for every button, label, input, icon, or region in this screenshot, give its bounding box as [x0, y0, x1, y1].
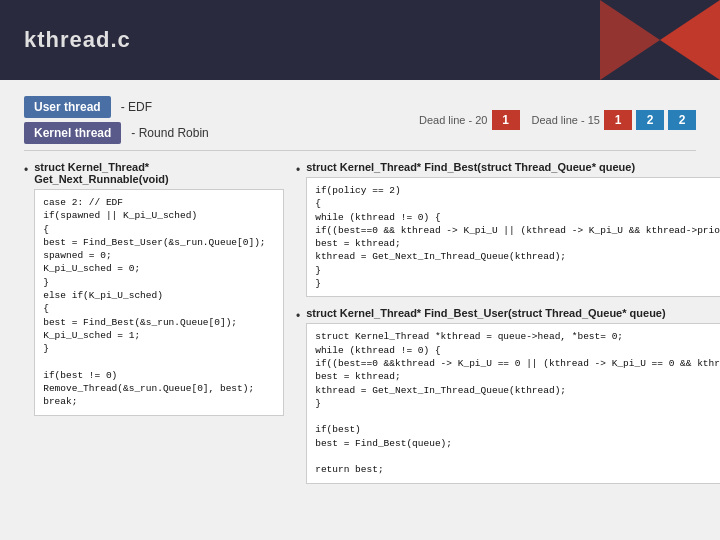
deadline-box-4: 2	[668, 110, 696, 130]
left-code-block: case 2: // EDF if(spawned || K_pi_U_sche…	[34, 189, 284, 416]
page-title: kthread.c	[24, 27, 131, 53]
right-func1-code: if(policy == 2) { while (kthread != 0) {…	[306, 177, 720, 297]
right-code-column: • struct Kernel_Thread* Find_Best(struct…	[296, 161, 720, 494]
left-func-row: • struct Kernel_Thread* Get_Next_Runnabl…	[24, 161, 284, 416]
code-columns: • struct Kernel_Thread* Get_Next_Runnabl…	[24, 161, 696, 494]
left-func-wrapper: struct Kernel_Thread* Get_Next_Runnable(…	[34, 161, 284, 416]
right-func2-code: struct Kernel_Thread *kthread = queue->h…	[306, 323, 720, 483]
deadline-box-3: 2	[636, 110, 664, 130]
right-func1-name: struct Kernel_Thread* Find_Best(struct T…	[306, 161, 720, 173]
top-info-row: User thread - EDF Kernel thread - Round …	[24, 96, 696, 151]
deadline-box-2: 1	[604, 110, 632, 130]
right-func2-name: struct Kernel_Thread* Find_Best_User(str…	[306, 307, 720, 319]
deadline-15-group: Dead line - 15 1 2 2	[532, 110, 697, 130]
user-thread-label: User thread	[24, 96, 111, 118]
left-code-column: • struct Kernel_Thread* Get_Next_Runnabl…	[24, 161, 284, 494]
right-func2-row: • struct Kernel_Thread* Find_Best_User(s…	[296, 307, 720, 489]
right-func2-wrapper: struct Kernel_Thread* Find_Best_User(str…	[306, 307, 720, 483]
deadline-20-label: Dead line - 20	[419, 114, 488, 126]
right-bullet-2: •	[296, 309, 300, 323]
header: kthread.c	[0, 0, 720, 80]
deadline-20-group: Dead line - 20 1	[419, 110, 520, 130]
main-content: User thread - EDF Kernel thread - Round …	[0, 80, 720, 540]
left-bullet: •	[24, 163, 28, 177]
left-func-name: struct Kernel_Thread* Get_Next_Runnable(…	[34, 161, 284, 185]
deadline-box-1: 1	[492, 110, 520, 130]
bowtie-decoration	[600, 0, 720, 80]
kernel-thread-label: Kernel thread	[24, 122, 121, 144]
user-thread-row: User thread - EDF	[24, 96, 209, 118]
right-bullet-1: •	[296, 163, 300, 177]
edf-label: - EDF	[121, 100, 152, 114]
labels-column: User thread - EDF Kernel thread - Round …	[24, 96, 209, 144]
right-func1-row: • struct Kernel_Thread* Find_Best(struct…	[296, 161, 720, 303]
deadline-area: Dead line - 20 1 Dead line - 15 1 2 2	[419, 110, 696, 130]
right-func1-wrapper: struct Kernel_Thread* Find_Best(struct T…	[306, 161, 720, 297]
svg-marker-1	[600, 0, 660, 80]
svg-marker-0	[660, 0, 720, 80]
deadline-15-label: Dead line - 15	[532, 114, 601, 126]
kernel-thread-row: Kernel thread - Round Robin	[24, 122, 209, 144]
round-robin-label: - Round Robin	[131, 126, 208, 140]
